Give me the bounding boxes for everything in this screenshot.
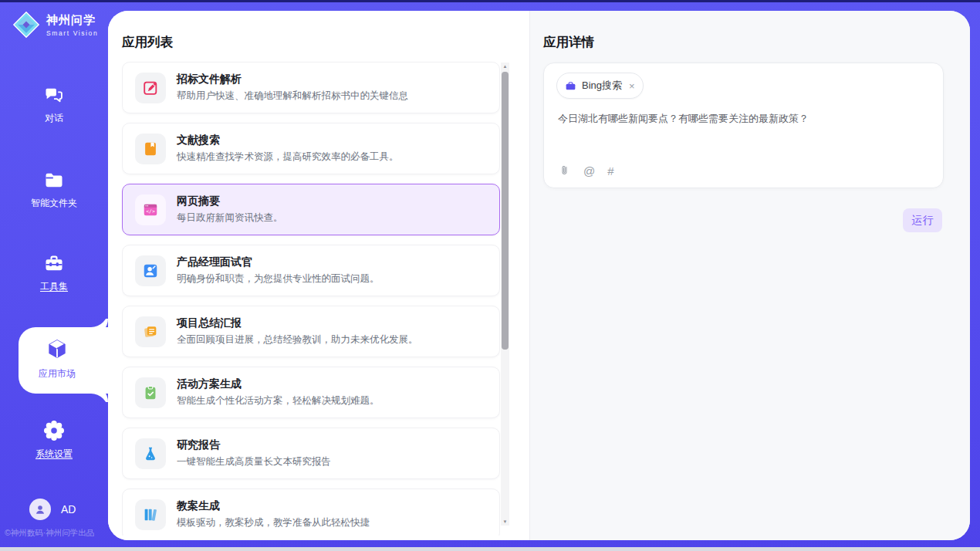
app-icon-box: [135, 73, 166, 103]
sidebar-item-settings[interactable]: 系统设置: [0, 419, 108, 461]
app-card-name: 研究报告: [177, 438, 331, 452]
paperclip-icon[interactable]: [558, 164, 571, 177]
brand-subtitle: Smart Vision: [46, 29, 98, 37]
app-detail-title: 应用详情: [543, 34, 594, 51]
notes-icon: [142, 323, 159, 340]
app-card-desc: 快速精准查找学术资源，提高研究效率的必备工具。: [177, 150, 399, 164]
app-icon-box: [135, 377, 166, 408]
app-icon-box: </>: [135, 194, 166, 225]
app-icon-box: [135, 499, 166, 530]
copyright-footer: ©神州数码·神州问学出品: [5, 528, 94, 539]
app-card-desc: 智能生成个性化活动方案，轻松解决规划难题。: [177, 394, 380, 407]
app-card-name: 产品经理面试官: [177, 255, 380, 269]
app-icon-box: [135, 255, 166, 286]
app-card-desc: 模板驱动，教案秒成，教学准备从此轻松快捷: [177, 516, 370, 529]
app-card-list: 招标文件解析 帮助用户快速、准确地理解和解析招标书中的关键信息 文献搜索 快速精…: [122, 62, 500, 536]
app-card-literature-search[interactable]: 文献搜索 快速精准查找学术资源，提高研究效率的必备工具。: [122, 123, 500, 174]
app-card-desc: 每日政府新闻资讯快查。: [177, 211, 283, 225]
folder-icon: [43, 170, 65, 191]
app-list-scrollbar[interactable]: ▲ ▼: [501, 63, 509, 526]
svg-text:</>: </>: [146, 208, 155, 215]
brand-logo: 神州问学 Smart Vision: [12, 11, 98, 39]
sidebar-item-smart-folder[interactable]: 智能文件夹: [0, 170, 108, 210]
app-card-bid-parse[interactable]: 招标文件解析 帮助用户快速、准确地理解和解析招标书中的关键信息: [122, 62, 500, 113]
app-card-lesson-plan[interactable]: 教案生成 模板驱动，教案秒成，教学准备从此轻松快捷: [122, 488, 500, 536]
sidebar-item-app-market[interactable]: 应用市场: [19, 327, 108, 394]
app-card-name: 教案生成: [177, 499, 370, 513]
window-top-edge: [0, 0, 980, 2]
interviewer-icon: [142, 262, 159, 279]
briefcase-icon: [565, 80, 576, 92]
toolbox-icon: [43, 253, 65, 275]
app-card-name: 项目总结汇报: [177, 316, 418, 330]
tool-tag-bing-search[interactable]: Bing搜索 ×: [556, 73, 644, 99]
sidebar-item-label: 智能文件夹: [0, 197, 108, 210]
at-icon[interactable]: @: [583, 165, 595, 177]
app-card-desc: 帮助用户快速、准确地理解和解析招标书中的关键信息: [177, 90, 408, 103]
avatar: [29, 499, 51, 520]
app-card-name: 活动方案生成: [177, 377, 380, 391]
app-icon-box: [135, 316, 166, 347]
hash-icon[interactable]: #: [607, 165, 613, 177]
book-icon: [142, 140, 159, 157]
cube-icon: [45, 336, 69, 361]
tool-tag-label: Bing搜索: [582, 79, 622, 93]
app-card-desc: 一键智能生成高质量长文本研究报告: [177, 455, 331, 468]
app-card-pm-interviewer[interactable]: 产品经理面试官 明确身份和职责，为您提供专业性的面试问题。: [122, 245, 500, 296]
query-text[interactable]: 今日湖北有哪些新闻要点？有哪些需要关注的最新政策？: [558, 111, 931, 127]
sidebar-item-label: 对话: [0, 112, 108, 125]
run-button[interactable]: 运行: [903, 208, 942, 232]
scroll-down-icon[interactable]: ▼: [501, 519, 509, 524]
avatar-person-icon: [34, 503, 46, 516]
app-card-desc: 全面回顾项目进展，总结经验教训，助力未来优化发展。: [177, 333, 418, 346]
app-card-webpage-summary[interactable]: </> 网页摘要 每日政府新闻资讯快查。: [122, 184, 500, 235]
brand-diamond-icon: [12, 11, 40, 39]
app-icon-box: [135, 134, 166, 164]
scroll-up-icon[interactable]: ▲: [501, 64, 509, 69]
app-list-panel: 应用列表 招标文件解析 帮助用户快速、准确地理解和解析招标书中的关键信息: [108, 11, 529, 540]
clipboard-check-icon: [142, 384, 159, 401]
webpage-code-icon: </>: [142, 201, 159, 218]
app-card-desc: 明确身份和职责，为您提供专业性的面试问题。: [177, 272, 380, 286]
app-icon-box: [135, 438, 166, 469]
app-card-research-report[interactable]: 研究报告 一键智能生成高质量长文本研究报告: [122, 428, 500, 479]
gear-icon: [42, 419, 66, 442]
query-input-card[interactable]: Bing搜索 × 今日湖北有哪些新闻要点？有哪些需要关注的最新政策？ @ #: [543, 63, 944, 188]
scrollbar-thumb[interactable]: [502, 72, 509, 350]
app-card-name: 招标文件解析: [177, 73, 408, 86]
app-card-event-plan[interactable]: 活动方案生成 智能生成个性化活动方案，轻松解决规划难题。: [122, 367, 500, 418]
sidebar-item-label: 工具集: [0, 280, 108, 293]
user-account[interactable]: AD: [29, 499, 76, 520]
app-list-title: 应用列表: [122, 34, 173, 51]
flask-icon: [142, 445, 159, 462]
window-bottom-edge: [0, 547, 980, 551]
brand-name: 神州问学: [46, 13, 98, 28]
sidebar-item-label: 系统设置: [0, 448, 108, 461]
sidebar: 神州问学 Smart Vision 对话 智能文件夹 工具集: [0, 0, 108, 551]
books-icon: [142, 506, 159, 523]
chat-icon: [43, 85, 65, 106]
user-name: AD: [61, 503, 76, 516]
close-icon[interactable]: ×: [629, 80, 635, 92]
app-detail-panel: 应用详情 Bing搜索 × 今日湖北有哪些新闻要点？有哪些需要关注的最新政策？ …: [529, 11, 970, 540]
sidebar-item-chat[interactable]: 对话: [0, 85, 108, 125]
app-card-name: 网页摘要: [177, 194, 283, 208]
app-card-project-summary[interactable]: 项目总结汇报 全面回顾项目进展，总结经验教训，助力未来优化发展。: [122, 306, 500, 357]
sidebar-item-label: 应用市场: [12, 367, 102, 380]
content-panel: 应用列表 招标文件解析 帮助用户快速、准确地理解和解析招标书中的关键信息: [108, 11, 970, 540]
app-card-name: 文献搜索: [177, 134, 399, 147]
sidebar-item-toolset[interactable]: 工具集: [0, 253, 108, 293]
attach-toolbar: @ #: [558, 164, 614, 177]
edit-document-icon: [142, 79, 159, 96]
